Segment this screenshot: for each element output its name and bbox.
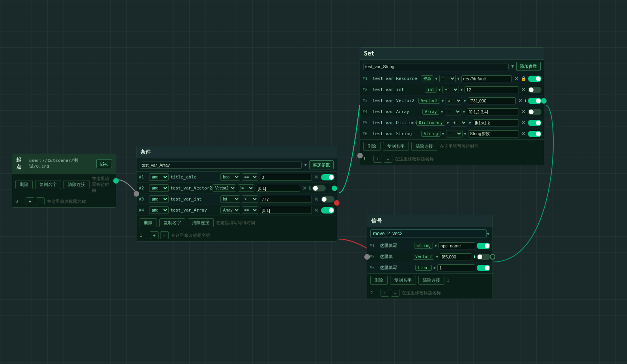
row4-delete[interactable]: ✕ (314, 207, 319, 213)
signal-delete-btn[interactable]: 删除 (370, 276, 388, 285)
signal-plus[interactable]: + (381, 289, 389, 297)
set-row1-delete[interactable]: ✕ (513, 76, 519, 82)
set-row2-op[interactable]: ÷= (442, 86, 459, 93)
set-row4-delete[interactable]: ✕ (521, 109, 526, 115)
set-row3-toggle[interactable] (528, 98, 541, 104)
set-row1-lock[interactable]: 🔒 (521, 76, 526, 81)
set-row1-toggle[interactable] (528, 76, 541, 82)
sig-row2-info[interactable]: ℹ (474, 254, 475, 259)
sig-row3-toggle[interactable] (477, 265, 490, 271)
signal-clear-btn[interactable]: 清除连接 (418, 276, 444, 285)
set-row1-val[interactable] (461, 75, 512, 82)
set-row4-toggle[interactable] (528, 109, 541, 115)
set-row3-conn[interactable] (541, 98, 547, 104)
condition-add-param[interactable]: 添加参数 (309, 160, 334, 169)
set-row2-val[interactable] (465, 86, 519, 93)
condition-copy-btn[interactable]: 复制名字 (159, 218, 185, 227)
row4-and[interactable]: and (149, 206, 169, 214)
set-delete-btn[interactable]: 删除 (363, 142, 381, 151)
row4-toggle[interactable] (321, 207, 334, 214)
row3-toggle[interactable] (321, 196, 334, 202)
sig-row1-toggle[interactable] (477, 243, 490, 249)
set-row6-type: String (421, 131, 440, 137)
row2-type[interactable]: Vector2 (213, 184, 236, 192)
set-var-select[interactable] (363, 63, 509, 70)
set-row5-toggle[interactable] (528, 120, 541, 126)
set-row4-val[interactable] (467, 108, 519, 115)
set-left-conn[interactable] (357, 153, 363, 158)
start-clear-btn[interactable]: 清除连接 (63, 180, 90, 189)
row2-var: test_var_Vector2 (170, 186, 211, 191)
row3-type[interactable]: int (220, 195, 240, 203)
set-add-param[interactable]: 添加参数 (516, 62, 541, 71)
set-row5-type: Dictionary (416, 120, 445, 126)
signal-name-input[interactable] (370, 229, 487, 238)
set-minus[interactable]: - (384, 155, 392, 163)
set-row5-val[interactable] (473, 119, 519, 126)
start-delete-btn[interactable]: 删除 (15, 180, 33, 189)
condition-minus[interactable]: - (160, 231, 169, 239)
row2-val[interactable] (256, 185, 300, 192)
set-plus[interactable]: + (373, 155, 382, 163)
signal-copy-btn[interactable]: 复制名字 (390, 276, 416, 285)
condition-plus[interactable]: + (150, 231, 159, 239)
set-row6-toggle[interactable] (528, 131, 541, 137)
condition-row2-conn[interactable] (332, 186, 337, 191)
set-row2-delete[interactable]: ✕ (521, 87, 526, 93)
sig-row3-val[interactable] (437, 264, 475, 271)
row4-type[interactable]: Array (220, 206, 240, 214)
row1-op[interactable]: == (242, 173, 258, 181)
row4-op[interactable]: == (242, 206, 258, 214)
row4-num: #4 (139, 208, 147, 213)
signal-minus[interactable]: - (391, 289, 399, 297)
row3-and[interactable]: and (149, 195, 169, 203)
start-conn-dot[interactable] (113, 178, 119, 184)
row3-delete[interactable]: ✕ (314, 196, 319, 202)
sig-row2-toggle[interactable] (477, 254, 490, 260)
set-row5-delete[interactable]: ✕ (521, 120, 526, 126)
set-row2-toggle[interactable] (528, 87, 541, 93)
row1-delete[interactable]: ✕ (314, 174, 319, 180)
set-row3-delete[interactable]: ✕ (517, 98, 523, 104)
start-bottom-row: 0 + - 在这里修改标题名称 (12, 195, 116, 207)
row2-toggle[interactable] (312, 185, 326, 191)
start-node-header: 起点 user://Cutscener/测试/0.crd 启动 (12, 154, 116, 173)
condition-delete-btn[interactable]: 删除 (140, 218, 157, 227)
row1-toggle[interactable] (321, 174, 334, 180)
set-row4-op[interactable]: -= (445, 108, 461, 115)
row2-op[interactable]: != (238, 184, 254, 192)
row1-type[interactable]: bool (220, 173, 240, 181)
set-row4-num: #4 (362, 109, 371, 114)
row1-and[interactable]: and (149, 173, 169, 181)
condition-right-conn[interactable] (334, 200, 340, 206)
sig-row2-val[interactable] (440, 253, 472, 260)
sig-row1-val[interactable] (439, 242, 475, 249)
set-row1-op[interactable]: = (439, 75, 456, 82)
condition-clear-btn[interactable]: 清除连接 (188, 218, 214, 227)
condition-var-select[interactable] (140, 162, 302, 169)
row3-op[interactable]: > (242, 195, 258, 203)
set-row5-op[interactable]: += (451, 119, 467, 126)
condition-left-conn[interactable] (134, 191, 139, 197)
row1-num: #1 (139, 175, 147, 180)
set-clear-btn[interactable]: 清除连接 (411, 142, 437, 151)
set-row3-val[interactable] (468, 97, 516, 104)
set-row6-delete[interactable]: ✕ (521, 131, 526, 137)
row3-val[interactable] (260, 196, 312, 203)
start-plus[interactable]: + (26, 197, 34, 205)
signal-row2-right-conn[interactable] (490, 254, 495, 260)
set-row3-info[interactable]: ℹ (525, 98, 526, 103)
row2-and[interactable]: and (149, 184, 169, 192)
row1-val[interactable] (260, 174, 312, 181)
start-copy-btn[interactable]: 复制名字 (35, 180, 61, 189)
signal-left-conn[interactable] (364, 254, 370, 260)
set-row6-op[interactable]: = (446, 130, 463, 137)
row4-val[interactable] (260, 207, 312, 214)
set-copy-btn[interactable]: 复制名字 (383, 142, 409, 151)
set-row3-op[interactable]: x= (446, 97, 462, 104)
row2-delete[interactable]: ✕ (302, 185, 308, 191)
start-btn[interactable]: 启动 (96, 159, 112, 168)
row2-info[interactable]: ℹ (309, 186, 311, 191)
start-minus[interactable]: - (36, 197, 45, 205)
set-row6-val[interactable] (468, 130, 519, 137)
